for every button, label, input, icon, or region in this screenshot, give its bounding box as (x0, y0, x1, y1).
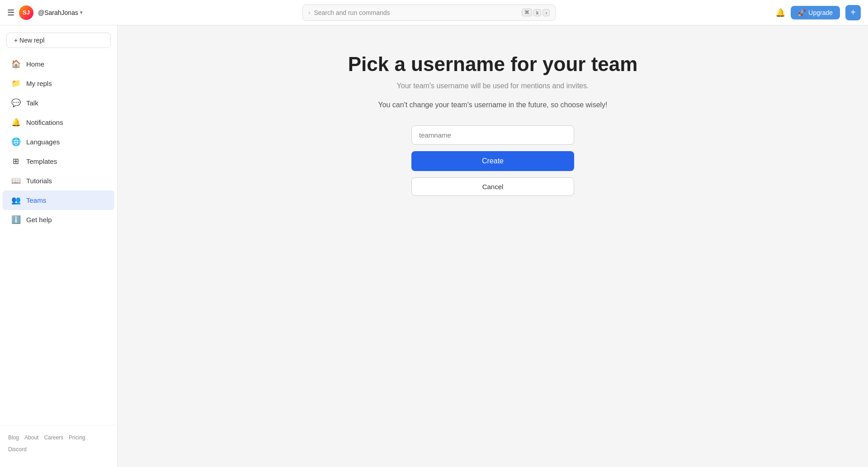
topbar: ☰ SJ @SarahJonas ▾ › Search and run comm… (0, 0, 868, 25)
sidebar-item-get-help[interactable]: ℹ️ Get help (3, 210, 114, 229)
teams-icon: 👥 (11, 195, 21, 205)
sidebar-footer: Blog About Careers Pricing Discord (0, 425, 117, 462)
tutorials-icon: 📖 (11, 176, 21, 186)
sidebar-item-label-teams: Teams (26, 196, 46, 204)
form-container: Create Cancel (411, 125, 574, 196)
sidebar: + New repl 🏠 Home 📁 My repls 💬 Talk 🔔 No… (0, 25, 118, 467)
user-menu[interactable]: @SarahJonas ▾ (38, 9, 83, 16)
teamname-input[interactable] (411, 125, 574, 145)
get-help-icon: ℹ️ (11, 215, 21, 224)
sidebar-item-label-languages: Languages (26, 138, 60, 146)
kbd-chevron: › (542, 9, 550, 16)
footer-discord[interactable]: Discord (8, 446, 27, 453)
footer-pricing[interactable]: Pricing (69, 434, 85, 441)
warning-text: You can't change your team's username in… (378, 101, 607, 109)
main-content: Pick a username for your team Your team'… (118, 25, 868, 467)
kbd-cmd: ⌘ (522, 9, 532, 16)
username-label: @SarahJonas (38, 9, 78, 16)
create-button[interactable]: Create (411, 151, 574, 171)
footer-blog[interactable]: Blog (8, 434, 19, 441)
sidebar-nav: 🏠 Home 📁 My repls 💬 Talk 🔔 Notifications… (0, 54, 117, 425)
kbd-k: k (533, 9, 542, 16)
topbar-left: ☰ SJ @SarahJonas ▾ (7, 5, 83, 20)
new-repl-button[interactable]: + New repl (6, 33, 111, 48)
search-arrow-icon: › (308, 9, 310, 16)
footer-links: Blog About Careers Pricing Discord (0, 430, 117, 457)
sidebar-item-label-talk: Talk (26, 99, 38, 107)
search-bar[interactable]: › Search and run commands ⌘ k › (302, 5, 556, 21)
upgrade-label: Upgrade (808, 9, 833, 16)
footer-about[interactable]: About (24, 434, 38, 441)
subtitle-text: Your team's username will be used for me… (397, 82, 589, 90)
topbar-center: › Search and run commands ⌘ k › (88, 5, 770, 21)
sidebar-item-tutorials[interactable]: 📖 Tutorials (3, 171, 114, 191)
sidebar-item-label-my-repls: My repls (26, 80, 52, 87)
sidebar-item-label-tutorials: Tutorials (26, 177, 52, 185)
chevron-down-icon: ▾ (80, 10, 83, 15)
avatar: SJ (19, 5, 33, 20)
sidebar-item-label-home: Home (26, 60, 44, 68)
search-placeholder-text: Search and run commands (314, 9, 518, 16)
sidebar-item-home[interactable]: 🏠 Home (3, 54, 114, 74)
cancel-button[interactable]: Cancel (411, 177, 574, 196)
topbar-right: 🔔 🚀 Upgrade + (775, 5, 861, 20)
page-title: Pick a username for your team (348, 52, 638, 76)
sidebar-item-label-notifications: Notifications (26, 119, 63, 126)
templates-icon: ⊞ (11, 157, 21, 166)
sidebar-item-templates[interactable]: ⊞ Templates (3, 152, 114, 171)
sidebar-item-notifications[interactable]: 🔔 Notifications (3, 113, 114, 132)
sidebar-item-languages[interactable]: 🌐 Languages (3, 132, 114, 152)
layout: + New repl 🏠 Home 📁 My repls 💬 Talk 🔔 No… (0, 25, 868, 467)
upgrade-rocket-icon: 🚀 (798, 9, 806, 16)
footer-careers[interactable]: Careers (44, 434, 63, 441)
folder-icon: 📁 (11, 79, 21, 88)
new-repl-plus-button[interactable]: + (845, 5, 861, 20)
languages-icon: 🌐 (11, 137, 21, 147)
notification-bell-icon[interactable]: 🔔 (775, 8, 785, 18)
sidebar-item-teams[interactable]: 👥 Teams (3, 191, 114, 210)
search-kbd-hint: ⌘ k › (522, 9, 550, 16)
talk-icon: 💬 (11, 98, 21, 108)
notifications-icon: 🔔 (11, 118, 21, 127)
menu-icon[interactable]: ☰ (7, 8, 14, 18)
sidebar-item-talk[interactable]: 💬 Talk (3, 93, 114, 113)
home-icon: 🏠 (11, 59, 21, 69)
upgrade-button[interactable]: 🚀 Upgrade (791, 6, 840, 19)
sidebar-item-my-repls[interactable]: 📁 My repls (3, 74, 114, 93)
sidebar-item-label-templates: Templates (26, 157, 57, 165)
sidebar-item-label-get-help: Get help (26, 216, 52, 224)
